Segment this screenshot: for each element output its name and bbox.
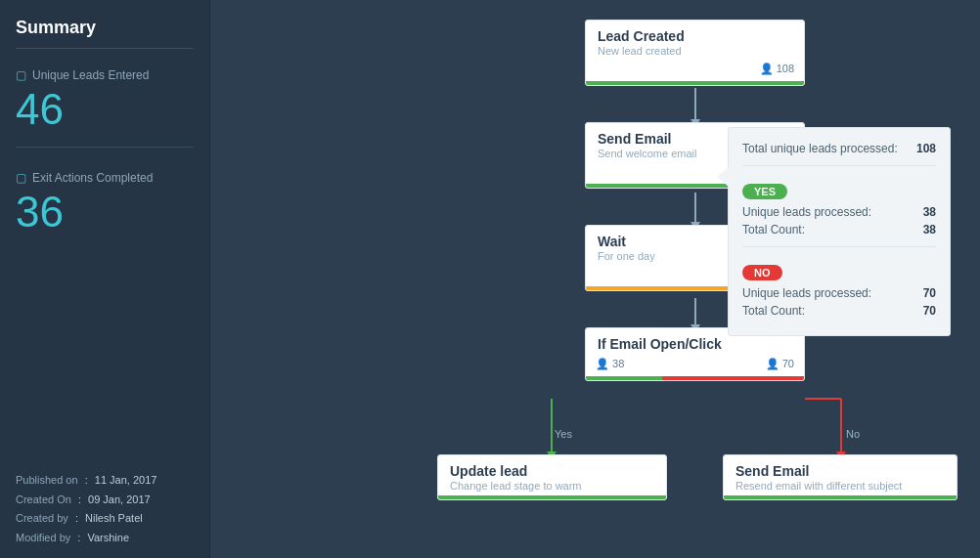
node-lead-created[interactable]: Lead Created New lead created 👤 108 [585,20,805,86]
created-row: Created On : 09 Jan, 2017 [16,491,194,510]
lead-created-header: Lead Created New lead created [586,21,804,61]
popup-divider-top [742,165,936,166]
popup-no-unique-label: Unique leads processed: [742,286,871,300]
published-separator: : [85,474,88,486]
lead-created-bar [586,81,804,85]
popup-yes-total-value: 38 [923,223,936,236]
popup-yes-unique-label: Unique leads processed: [742,205,871,219]
no-label: No [846,428,860,440]
created-separator: : [78,494,81,505]
popup-total-row: Total unique leads processed: 108 [742,142,936,155]
popup-total-value: 108 [916,142,936,155]
if-email-bar [586,376,804,380]
popup-total-label: Total unique leads processed: [742,142,898,155]
popup-no-badge-wrap: NO [742,257,936,286]
update-lead-title: Update lead [450,463,654,479]
if-email-no-count: 👤 70 [766,358,794,370]
sidebar-title: Summary [16,18,194,49]
update-lead-subtitle: Change lead stage to warm [450,480,654,492]
sidebar: Summary ▢ Unique Leads Entered 46 ▢ Exit… [0,0,210,558]
lead-created-title: Lead Created [598,28,792,44]
popup-yes-unique-row: Unique leads processed: 38 [742,205,936,219]
unique-leads-label: ▢ Unique Leads Entered [16,68,194,82]
send-email-2-title: Send Email [735,463,945,479]
popup-no-total-row: Total Count: 70 [742,304,936,318]
sidebar-footer: Published on : 11 Jan, 2017 Created On :… [16,471,194,548]
send-email-2-subtitle: Resend email with different subject [735,480,945,492]
modified-by-row: Modified by : Varshine [16,529,194,548]
lead-created-count: 👤 108 [586,61,804,81]
if-email-counts: 👤 38 👤 70 [586,356,804,376]
main-canvas: Yes No Lead Created New lead created 👤 1… [210,0,980,558]
update-lead-header: Update lead Change lead stage to warm [438,455,666,495]
popup-no-total-label: Total Count: [742,304,805,318]
popup-card: Total unique leads processed: 108 YES Un… [728,127,951,336]
unique-leads-icon: ▢ [16,68,26,82]
yes-label: Yes [555,428,572,440]
popup-yes-badge-wrap: YES [742,176,936,205]
popup-yes-total-row: Total Count: 38 [742,223,936,236]
send-email-2-bar [724,495,957,499]
created-by-separator: : [75,512,78,524]
popup-arrow [717,167,729,187]
exit-actions-icon: ▢ [16,171,26,185]
if-email-title: If Email Open/Click [598,336,792,352]
popup-yes-unique-value: 38 [923,205,936,219]
unique-leads-value: 46 [16,86,194,133]
popup-yes-badge: YES [742,184,787,199]
popup-divider-mid [742,246,936,247]
exit-actions-metric: ▢ Exit Actions Completed 36 [16,171,194,236]
popup-no-badge: NO [742,265,782,280]
created-by-row: Created by : Nilesh Patel [16,509,194,529]
exit-actions-label: ▢ Exit Actions Completed [16,171,194,185]
lead-created-subtitle: New lead created [598,45,792,57]
if-email-yes-count: 👤 38 [596,358,624,370]
modified-by-separator: : [77,532,80,543]
node-send-email-2[interactable]: Send Email Resend email with different s… [723,454,958,500]
sidebar-divider-1 [16,147,194,148]
popup-no-unique-value: 70 [923,286,936,300]
if-email-bar-yes [586,376,662,380]
update-lead-bar [438,495,666,499]
popup-yes-total-label: Total Count: [742,223,805,236]
popup-no-total-value: 70 [923,304,936,318]
send-email-2-header: Send Email Resend email with different s… [724,455,957,495]
if-email-bar-no [662,376,804,380]
popup-no-unique-row: Unique leads processed: 70 [742,286,936,300]
node-update-lead[interactable]: Update lead Change lead stage to warm [437,454,667,500]
unique-leads-metric: ▢ Unique Leads Entered 46 [16,68,194,133]
published-row: Published on : 11 Jan, 2017 [16,471,194,491]
exit-actions-value: 36 [16,189,194,236]
